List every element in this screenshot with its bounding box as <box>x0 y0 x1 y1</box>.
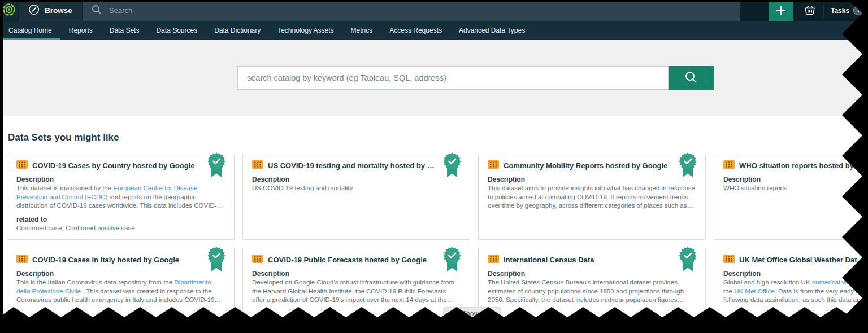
certified-badge-icon <box>678 152 697 178</box>
section-title: Data Sets you might like <box>8 132 119 143</box>
tab-advanced-data-types[interactable]: Advanced Data Types <box>450 21 533 40</box>
dataset-card[interactable]: COVID-19 Cases by Country hosted by Goog… <box>7 154 235 240</box>
dataset-icon <box>16 255 28 265</box>
tab-data-sets[interactable]: Data Sets <box>101 21 148 40</box>
tab-catalog-home[interactable]: Catalog Home <box>0 21 60 40</box>
description-text: The United States Census Bureau's intern… <box>488 279 684 305</box>
certified-badge-icon <box>442 152 462 178</box>
torn-edge-bottom <box>0 307 868 333</box>
compass-icon <box>28 4 40 17</box>
card-header: COVID-19 Public Forecasts hosted by Goog… <box>252 255 461 265</box>
description-text: US COVID-19 testing and mortality <box>252 185 353 191</box>
card-header: US COVID-19 testing and mortality hosted… <box>252 160 461 171</box>
card-description: Developed on Google Cloud's robust infra… <box>252 278 461 305</box>
card-related: related to Confirmed case, Confirmed pos… <box>16 215 225 233</box>
card-description: This is the Italian Coronavirus data rep… <box>16 278 225 305</box>
dataset-icon <box>252 160 263 171</box>
card-header: COVID-19 Cases in Italy hosted by Google <box>16 255 225 265</box>
torn-edge-left <box>0 0 3 333</box>
certified-badge-icon <box>207 247 226 273</box>
description-label: Description <box>16 269 225 278</box>
catalog-nav: Catalog HomeReportsData SetsData Sources… <box>0 21 868 40</box>
tab-access-requests[interactable]: Access Requests <box>381 21 450 40</box>
browse-label: Browse <box>45 6 72 15</box>
card-title[interactable]: COVID-19 Public Forecasts hosted by Goog… <box>268 256 427 264</box>
browse-button[interactable]: Browse <box>19 0 83 21</box>
description-label: Description <box>252 175 461 184</box>
description-label: Description <box>488 269 696 278</box>
basket-icon[interactable] <box>801 5 819 16</box>
description-text: This dataset is maintained by the <box>16 185 113 191</box>
card-title[interactable]: Community Mobility Reports hosted by Goo… <box>504 161 667 170</box>
card-header: Community Mobility Reports hosted by Goo… <box>488 160 696 171</box>
dataset-icon <box>16 160 28 171</box>
description-label: Description <box>252 269 461 278</box>
logo-icon <box>2 2 16 19</box>
dataset-icon <box>488 255 499 265</box>
tab-technology-assets[interactable]: Technology Assets <box>269 21 342 40</box>
dataset-icon <box>723 160 735 171</box>
description-text: Global and high-resolution UK <box>723 279 812 286</box>
card-title[interactable]: COVID-19 Cases by Country hosted by Goog… <box>32 161 195 170</box>
card-description: This dataset aims to provide insights in… <box>488 184 696 211</box>
tab-reports[interactable]: Reports <box>60 21 101 40</box>
certified-badge-icon <box>442 247 462 273</box>
card-title[interactable]: COVID-19 Cases in Italy hosted by Google <box>32 256 179 264</box>
card-header: COVID-19 Cases by Country hosted by Goog… <box>16 160 225 171</box>
dataset-icon <box>488 160 499 171</box>
card-description: US COVID-19 testing and mortality <box>252 184 461 193</box>
search-icon <box>92 5 102 17</box>
catalog-search-button[interactable] <box>669 66 714 90</box>
description-label: Description <box>16 175 225 184</box>
description-text: This is the Italian Coronavirus data rep… <box>16 279 174 286</box>
search-icon <box>684 71 698 86</box>
tab-data-sources[interactable]: Data Sources <box>147 21 206 40</box>
add-button[interactable] <box>769 0 793 21</box>
dataset-icon <box>252 255 263 265</box>
catalog-search-input[interactable] <box>237 66 669 90</box>
description-text: This dataset aims to provide insights in… <box>488 185 695 211</box>
dataset-card[interactable]: COVID-19 Cases in Italy hosted by Google… <box>7 248 235 312</box>
related-text: Confirmed case, Confirmed positive case <box>16 224 225 233</box>
dataset-icon <box>723 255 735 265</box>
description-text: WHO situation reports <box>723 185 787 191</box>
card-description: This dataset is maintained by the Europe… <box>16 184 225 211</box>
top-navbar: Browse Tasks 0 <box>0 0 868 21</box>
description-text: the <box>723 288 734 295</box>
certified-badge-icon <box>678 247 697 273</box>
description-label: Description <box>488 175 696 184</box>
inline-link[interactable]: UK Met Office <box>734 288 774 295</box>
catalog-search <box>237 66 714 90</box>
dataset-card[interactable]: COVID-19 Public Forecasts hosted by Goog… <box>242 248 470 312</box>
dataset-card[interactable]: International Census Data Description Th… <box>478 248 706 312</box>
card-title[interactable]: International Census Data <box>504 256 594 264</box>
torn-edge-right <box>840 0 868 333</box>
dataset-card[interactable]: US COVID-19 testing and mortality hosted… <box>242 154 470 240</box>
description-text: Developed on Google Cloud's robust infra… <box>252 279 454 305</box>
card-header: International Census Data <box>488 255 696 265</box>
torn-edge-top <box>0 0 868 2</box>
divider <box>823 5 824 17</box>
global-search-input[interactable] <box>108 6 336 15</box>
certified-badge-icon <box>207 152 226 178</box>
related-label: related to <box>16 215 225 224</box>
global-search <box>83 0 740 21</box>
card-description: The United States Census Bureau's intern… <box>488 278 696 305</box>
card-title[interactable]: US COVID-19 testing and mortality hosted… <box>268 161 439 170</box>
cards-grid: COVID-19 Cases by Country hosted by Goog… <box>7 154 868 312</box>
tab-data-dictionary[interactable]: Data Dictionary <box>206 21 269 40</box>
dataset-card[interactable]: Community Mobility Reports hosted by Goo… <box>478 154 706 240</box>
tab-metrics[interactable]: Metrics <box>342 21 381 40</box>
